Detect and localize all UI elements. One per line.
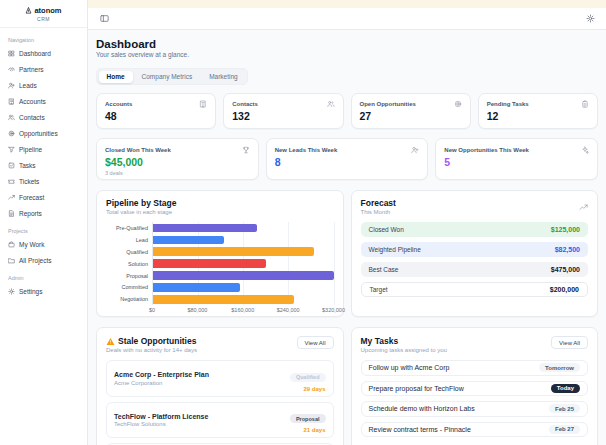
target-icon <box>454 100 462 108</box>
sidebar-item-opportunities[interactable]: Opportunities <box>8 125 79 141</box>
bar-negotiation <box>153 295 294 304</box>
stat-card-accounts: Accounts 48 <box>96 93 216 129</box>
stage-badge: Proposal <box>290 414 326 423</box>
stale-item-acme[interactable]: Acme Corp - Enterprise Plan Acme Corpora… <box>106 360 334 397</box>
sidebar-item-my-work[interactable]: My Work <box>8 236 79 252</box>
sidebar-item-dashboard[interactable]: Dashboard <box>8 45 79 61</box>
forecast-card: Forecast This Month Closed Won $125,000 … <box>351 190 599 317</box>
forecast-title: Forecast <box>361 198 396 208</box>
stale-subtitle: Deals with no activity for 14+ days <box>106 347 197 353</box>
sidebar-item-tasks[interactable]: Tasks <box>8 157 79 173</box>
nav-section-navigation: Navigation <box>8 37 79 43</box>
settings-button[interactable] <box>584 13 596 25</box>
forecast-rows: Closed Won $125,000 Weighted Pipeline $8… <box>361 222 589 297</box>
dashboard-icon <box>8 50 15 57</box>
panel-left-icon <box>100 14 109 23</box>
tab-home[interactable]: Home <box>99 71 133 83</box>
bar-lead <box>153 236 224 245</box>
forecast-row-target: Target $200,000 <box>361 282 589 297</box>
tasks-view-all-button[interactable]: View All <box>551 336 588 349</box>
bar-proposal <box>153 271 334 280</box>
pipeline-by-stage-card: Pipeline by Stage Total value in each st… <box>96 190 344 317</box>
funnel-icon <box>8 146 15 153</box>
sidebar-item-accounts[interactable]: Accounts <box>8 93 79 109</box>
page-title: Dashboard <box>96 38 598 50</box>
dashboard-tabs: Home Company Metrics Marketing <box>96 68 248 85</box>
sparkles-icon <box>581 146 589 154</box>
top-banner <box>88 0 606 8</box>
sidebar-item-reports[interactable]: Reports <box>8 205 79 221</box>
due-badge: Feb 27 <box>549 425 580 434</box>
chart-bars <box>153 222 334 305</box>
user-plus-icon <box>411 146 419 154</box>
tasks-subtitle: Upcoming tasks assigned to you <box>361 347 447 353</box>
stat-card-open-opportunities: Open Opportunities 27 <box>351 93 471 129</box>
clipboard-icon <box>581 100 589 108</box>
bar-qualified <box>153 247 314 256</box>
sidebar-item-pipeline[interactable]: Pipeline <box>8 141 79 157</box>
gear-icon <box>8 288 15 295</box>
stale-view-all-button[interactable]: View All <box>297 336 334 349</box>
users-icon <box>327 100 335 108</box>
pipeline-chart-title: Pipeline by Stage <box>106 198 176 208</box>
main-area: Dashboard Your sales overview at a glanc… <box>88 0 606 445</box>
stat-card-pending-tasks: Pending Tasks 12 <box>478 93 598 129</box>
sidebar-item-tickets[interactable]: Tickets <box>8 173 79 189</box>
pipeline-chart-subtitle: Total value in each stage <box>106 209 176 215</box>
warning-icon <box>106 337 115 346</box>
forecast-row-weighted-pipeline: Weighted Pipeline $82,500 <box>361 242 589 257</box>
my-tasks-card: My Tasks Upcoming tasks assigned to you … <box>351 327 599 445</box>
trending-up-icon <box>579 198 588 216</box>
stale-item-techflow[interactable]: TechFlow - Platform License TechFlow Sol… <box>106 402 334 439</box>
users-icon <box>8 114 15 121</box>
nav-section-admin: Admin <box>8 275 79 281</box>
bottom-row: Stale Opportunities Deals with no activi… <box>96 327 598 445</box>
stale-list: Acme Corp - Enterprise Plan Acme Corpora… <box>106 360 334 445</box>
user-plus-icon <box>8 82 15 89</box>
sidebar-item-leads[interactable]: Leads <box>8 77 79 93</box>
app-logo[interactable]: atonom CRM <box>0 0 87 28</box>
stat-value-new-leads-week: 8 <box>275 156 420 168</box>
stale-days: 29 days <box>290 386 326 392</box>
charts-row: Pipeline by Stage Total value in each st… <box>96 190 598 317</box>
bar-solution <box>153 259 266 268</box>
stat-value-new-opportunities-week: 5 <box>444 156 589 168</box>
task-item-schedule-demo-horizon[interactable]: Schedule demo with Horizon Labs Feb 25 <box>361 401 589 417</box>
closed-won-deals-count: 3 deals <box>105 170 250 176</box>
stat-card-new-opportunities-week: New Opportunities This Week 5 <box>435 138 598 180</box>
stat-value-pending-tasks: 12 <box>487 110 589 122</box>
sidebar-item-contacts[interactable]: Contacts <box>8 109 79 125</box>
task-item-prepare-proposal-techflow[interactable]: Prepare proposal for TechFlow Today <box>361 381 589 397</box>
sidebar-nav: Navigation Dashboard Partners Leads Acco… <box>0 28 87 301</box>
tasks-title: My Tasks <box>361 336 447 346</box>
stat-card-new-leads-week: New Leads This Week 8 <box>266 138 429 180</box>
due-badge: Feb 25 <box>549 404 580 413</box>
stale-opportunities-card: Stale Opportunities Deals with no activi… <box>96 327 344 445</box>
file-text-icon <box>8 210 15 217</box>
logo-subtext: CRM <box>4 16 83 22</box>
gridline <box>334 222 335 305</box>
bar-committed <box>153 283 240 292</box>
chart-x-axis: $0 $80,000 $160,000 $240,000 $320,000 <box>152 305 334 314</box>
pipeline-bar-chart: Pre-Qualified Lead Qualified Solution Pr… <box>106 222 334 305</box>
sidebar-item-settings[interactable]: Settings <box>8 283 79 299</box>
stat-card-contacts: Contacts 132 <box>223 93 343 129</box>
stat-value-accounts: 48 <box>105 110 207 122</box>
dashboard-content: Dashboard Your sales overview at a glanc… <box>88 30 606 445</box>
stat-value-closed-won-week: $45,000 <box>105 156 250 168</box>
sidebar-item-all-projects[interactable]: All Projects <box>8 252 79 268</box>
task-item-follow-up-acme[interactable]: Follow up with Acme Corp Tomorrow <box>361 360 589 376</box>
sidebar-toggle-button[interactable] <box>98 13 110 25</box>
task-item-review-contract-pinnacle[interactable]: Review contract terms - Pinnacle Feb 27 <box>361 422 589 438</box>
chart-plot-area <box>152 222 334 305</box>
forecast-row-closed-won: Closed Won $125,000 <box>361 222 589 237</box>
tab-marketing[interactable]: Marketing <box>201 71 246 83</box>
gear-icon <box>586 14 595 23</box>
sidebar-item-forecast[interactable]: Forecast <box>8 189 79 205</box>
trophy-icon <box>242 146 250 154</box>
tab-company-metrics[interactable]: Company Metrics <box>134 71 201 83</box>
briefcase-icon <box>8 241 15 248</box>
stale-days: 21 days <box>290 427 326 433</box>
chart-y-axis: Pre-Qualified Lead Qualified Solution Pr… <box>106 222 152 305</box>
sidebar-item-partners[interactable]: Partners <box>8 61 79 77</box>
